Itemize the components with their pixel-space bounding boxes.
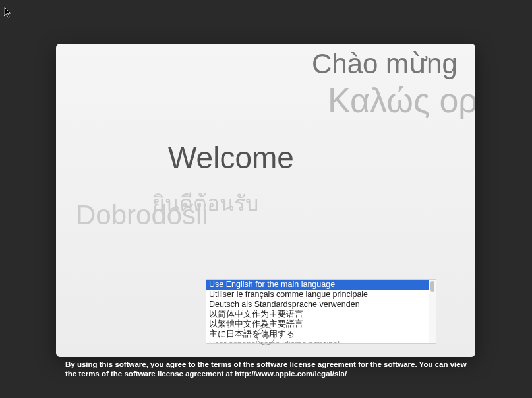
- welcome-word-main: Welcome: [168, 140, 294, 176]
- scrollbar-thumb[interactable]: [430, 281, 434, 292]
- welcome-word-greek: Καλώς ορίσατε: [328, 81, 475, 120]
- language-scrollbar[interactable]: [429, 280, 436, 343]
- language-option[interactable]: 以繁體中文作為主要語言: [206, 319, 429, 329]
- language-option[interactable]: 以简体中文作为主要语言: [206, 310, 429, 319]
- welcome-word-vietnamese: Chào mừng: [312, 48, 458, 80]
- language-option[interactable]: Deutsch als Standardsprache verwenden: [206, 300, 429, 310]
- arrow-right-icon: [260, 331, 271, 341]
- language-list[interactable]: Use English for the main languageUtilise…: [206, 280, 429, 343]
- language-option[interactable]: Use English for the main language: [206, 280, 429, 290]
- language-option[interactable]: Usar español como idioma principal: [206, 339, 429, 343]
- language-option[interactable]: 主に日本語を使用する: [206, 329, 429, 339]
- language-option[interactable]: Utiliser le français comme langue princi…: [206, 290, 429, 300]
- mouse-cursor: [4, 7, 13, 18]
- language-list-container: Use English for the main languageUtilise…: [206, 279, 436, 344]
- license-agreement-text: By using this software, you agree to the…: [65, 360, 467, 378]
- next-button[interactable]: [256, 327, 275, 345]
- welcome-background: Chào mừng Καλώς ορίσατε Welcome ยินดีต้อ…: [56, 44, 475, 278]
- setup-dialog: Chào mừng Καλώς ορίσατε Welcome ยินดีต้อ…: [56, 44, 475, 357]
- welcome-word-slovenian: Dobrodošli: [76, 199, 208, 231]
